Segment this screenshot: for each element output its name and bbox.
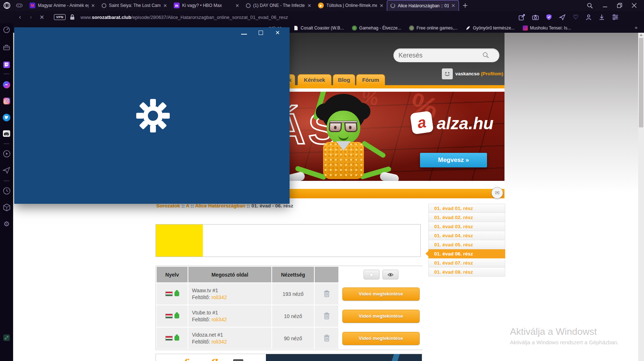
extensions-cube-icon[interactable] (0, 203, 13, 211)
back-button[interactable]: ‹ (15, 14, 25, 20)
episode-item-active[interactable]: 01. évad 06. rész (428, 249, 505, 258)
search-input[interactable] (398, 52, 482, 59)
bookmark-item[interactable]: Free online games,... (409, 25, 458, 31)
vpn-shield-icon[interactable] (546, 14, 552, 20)
mascot-arm (361, 140, 386, 158)
tab-close-icon[interactable]: ✕ (451, 3, 455, 8)
stop-loading-button[interactable]: ✕ (36, 14, 47, 21)
tab-search-icon[interactable] (587, 3, 593, 9)
banner-buy-button[interactable]: Megvesz » (420, 153, 487, 167)
sidebar-settings-gear-icon[interactable]: ⚙ (0, 220, 13, 228)
pinboards-icon[interactable] (0, 334, 13, 341)
bookmark-item[interactable]: Mushoku Tensei: Is... (523, 25, 571, 31)
mascot-shoe (379, 171, 400, 181)
toolbox-icon[interactable] (0, 44, 13, 51)
episode-item[interactable]: 01. évad 07. rész (428, 258, 505, 267)
uploader-link[interactable]: roli342 (212, 339, 227, 345)
tab-close-icon[interactable]: ✕ (380, 3, 384, 8)
watch-video-button[interactable]: Videó megtekintése (342, 287, 420, 301)
episode-item[interactable]: 01. évad 08. rész (428, 267, 505, 277)
breadcrumb-link[interactable]: Sorozatok (156, 203, 180, 209)
settings-close-button[interactable]: ✕ (274, 29, 281, 36)
uploader-link[interactable]: roli342 (212, 294, 227, 300)
bookmark-heart-icon[interactable]: ♡ (573, 13, 578, 21)
bookmark-item[interactable]: Gamehag - Élvezze... (352, 25, 401, 31)
vpn-badge[interactable]: VPN (54, 14, 66, 20)
twitch-icon[interactable] (0, 61, 13, 68)
watched-button[interactable] (382, 270, 398, 279)
bottom-ad-banner[interactable]: fonefl ... (156, 354, 422, 361)
lock-icon[interactable] (70, 14, 75, 20)
messenger-icon[interactable] (0, 81, 13, 89)
alza-logo-text: alza.hu (437, 114, 494, 133)
windows-settings-window[interactable]: ✕ (14, 27, 290, 204)
profile-icon[interactable] (586, 14, 592, 20)
breadcrumb-link[interactable]: Alice Határországban (195, 203, 246, 209)
window-restore-button[interactable] (617, 3, 622, 8)
window-minimize-button[interactable] (602, 3, 608, 8)
watch-video-button[interactable]: Videó megtekintése (342, 332, 420, 345)
browser-tab[interactable]: M Magyar Anime - Animék eg ✕ (26, 0, 98, 11)
browser-tab[interactable]: Saint Seiya: The Lost Canva ✕ (98, 0, 170, 11)
window-close-button[interactable] (632, 3, 637, 8)
user-avatar[interactable] (442, 68, 453, 79)
episode-item[interactable]: 01. évad 04. rész (428, 231, 505, 240)
instagram-icon[interactable] (0, 97, 13, 105)
trash-icon[interactable] (323, 334, 330, 342)
tab-close-icon[interactable]: ✕ (91, 3, 95, 8)
watch-video-button[interactable]: Videó megtekintése (342, 310, 420, 323)
discord-icon[interactable] (0, 130, 13, 138)
url-text[interactable]: www.sorozatbarat.club/episode/280637/Ali… (80, 15, 288, 20)
profile-link[interactable]: (Profilom) (481, 71, 503, 76)
nav-tab-blog[interactable]: Blog (333, 74, 355, 85)
envelope-icon[interactable]: ✉ (491, 187, 503, 199)
column-header-empty (315, 267, 338, 282)
episode-item[interactable]: 01. évad 03. rész (428, 222, 505, 231)
nav-tab-forum[interactable]: Fórum (356, 74, 385, 85)
scrollbar-thumb[interactable] (639, 38, 643, 127)
forward-button[interactable]: › (25, 14, 36, 20)
my-flow-icon[interactable] (559, 14, 566, 20)
settings-maximize-button[interactable] (258, 29, 264, 36)
site-search-box[interactable] (393, 48, 499, 62)
bookmark-item[interactable]: Gyönyörű természe... (466, 25, 515, 31)
vertical-scrollbar[interactable] (638, 33, 644, 361)
opera-logo-icon[interactable] (3, 1, 11, 9)
snapshot-camera-icon[interactable] (532, 15, 539, 20)
episode-list: 01. évad 01. rész 01. évad 02. rész 01. … (428, 204, 505, 277)
episode-item[interactable]: 01. évad 02. rész (428, 213, 505, 222)
table-row-host: Waaw.tv #1 Feltöltő: roli342 (188, 283, 271, 305)
search-icon[interactable] (482, 52, 490, 59)
browser-tab[interactable]: m Ki vagy? • HBO Max ✕ (170, 0, 243, 11)
bookmarks-overflow-chevron[interactable]: » (635, 25, 637, 30)
tab-close-icon[interactable]: ✕ (163, 3, 167, 8)
nav-tab-keresek[interactable]: Kérések (298, 74, 331, 85)
episode-item[interactable]: 01. évad 01. rész (428, 204, 505, 213)
episode-item[interactable]: 01. évad 05. rész (428, 240, 505, 249)
speed-dial-icon[interactable] (0, 26, 13, 33)
browser-tab[interactable]: ▶ Túltolva | Online-filmek.me ✕ (315, 0, 387, 11)
browser-tab[interactable]: (1) DAY ONE - The Infected ✕ (243, 0, 315, 11)
trash-icon[interactable] (323, 312, 330, 320)
tab-close-icon[interactable]: ✕ (235, 3, 239, 8)
uploader-link[interactable]: roli342 (212, 317, 227, 322)
eye-icon (388, 273, 393, 277)
settings-sliders-icon[interactable] (612, 14, 619, 20)
gx-corner-icon[interactable] (16, 3, 23, 8)
new-tab-button[interactable] (463, 3, 468, 8)
history-clock-icon[interactable] (0, 187, 13, 195)
tab-close-icon[interactable]: ✕ (307, 3, 311, 8)
favorite-button[interactable]: ★ (364, 270, 380, 279)
player-icon[interactable] (0, 150, 13, 158)
bookmark-item[interactable]: Cosalt Coaster (W.B... (293, 25, 344, 31)
loading-favicon (246, 3, 251, 8)
my-flow-sidebar-icon[interactable] (0, 167, 13, 174)
browser-tab-active[interactable]: Alice Határországban :: 01. ✕ (387, 0, 459, 11)
scrollbar-up-arrow-icon[interactable] (640, 34, 643, 36)
twitter-icon[interactable] (0, 114, 13, 122)
edit-share-icon[interactable] (519, 14, 525, 20)
downloads-icon[interactable] (599, 14, 605, 20)
settings-minimize-button[interactable] (241, 29, 247, 36)
breadcrumb-link[interactable]: A (186, 203, 189, 209)
trash-icon[interactable] (323, 290, 330, 298)
